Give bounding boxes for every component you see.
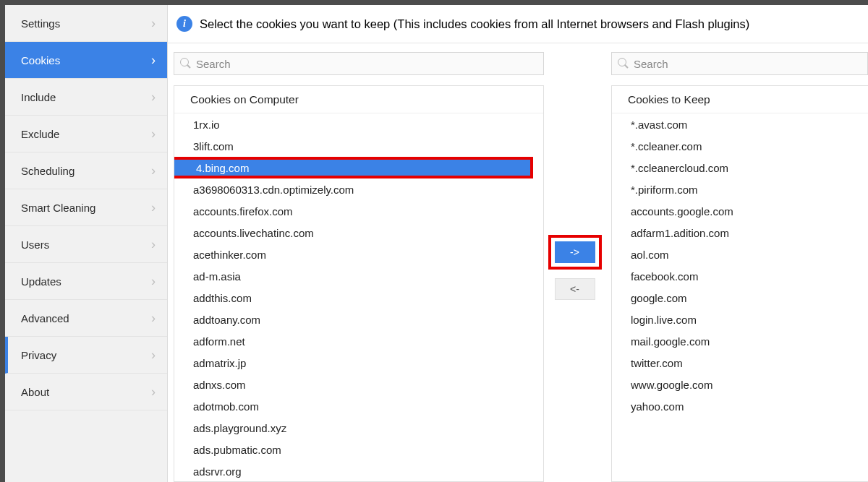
list-item[interactable]: *.ccleanercloud.com <box>612 157 868 178</box>
sidebar-item-label: About <box>21 386 49 398</box>
list-item[interactable]: adsrvr.org <box>174 460 543 481</box>
search-input[interactable] <box>196 58 537 70</box>
list-item[interactable]: adotmob.com <box>174 395 543 417</box>
list-item[interactable]: login.live.com <box>612 309 868 330</box>
sidebar-item-scheduling[interactable]: Scheduling › <box>5 152 167 189</box>
move-right-button[interactable]: -> <box>555 241 595 263</box>
search-input[interactable] <box>634 58 861 70</box>
list-item[interactable]: a3698060313.cdn.optimizely.com <box>174 178 543 200</box>
chevron-right-icon: › <box>151 126 156 142</box>
left-column: Cookies on Computer 1rx.io 3lift.com 4.b… <box>174 52 544 482</box>
list-item[interactable]: ads.playground.xyz <box>174 417 543 439</box>
list-item[interactable]: addtoany.com <box>174 309 543 330</box>
move-left-button[interactable]: <- <box>555 278 595 300</box>
sidebar-item-label: Scheduling <box>21 165 75 177</box>
cookies-to-keep-list[interactable]: *.avast.com *.ccleaner.com *.ccleanerclo… <box>612 113 868 481</box>
list-item-selected[interactable]: 4.bing.com <box>174 157 533 178</box>
main-area: i Select the cookies you want to keep (T… <box>168 5 868 482</box>
cookies-to-keep-panel: Cookies to Keep *.avast.com *.ccleaner.c… <box>611 85 868 482</box>
sidebar-item-label: Exclude <box>21 128 59 140</box>
search-left[interactable] <box>174 52 544 75</box>
sidebar-item-label: Cookies <box>21 54 60 66</box>
sidebar: Settings › Cookies › Include › Exclude ›… <box>5 5 168 482</box>
list-item[interactable]: ad-m.asia <box>174 265 543 287</box>
search-icon <box>180 58 192 69</box>
chevron-right-icon: › <box>151 384 156 400</box>
panel-header: Cookies on Computer <box>174 86 543 113</box>
list-item[interactable]: *.avast.com <box>612 113 868 135</box>
sidebar-item-privacy[interactable]: Privacy › <box>5 337 167 374</box>
cookies-on-computer-list[interactable]: 1rx.io 3lift.com 4.bing.com a3698060313.… <box>174 113 543 481</box>
list-item[interactable]: ads.pubmatic.com <box>174 439 543 460</box>
chevron-right-icon: › <box>151 274 156 289</box>
chevron-right-icon: › <box>151 200 156 215</box>
sidebar-item-users[interactable]: Users › <box>5 226 167 263</box>
sidebar-item-include[interactable]: Include › <box>5 79 167 116</box>
list-item[interactable]: accounts.google.com <box>612 200 868 222</box>
chevron-right-icon: › <box>151 16 156 31</box>
list-item[interactable]: adnxs.com <box>174 374 543 395</box>
sidebar-item-settings[interactable]: Settings › <box>5 5 167 42</box>
sidebar-item-label: Include <box>21 91 56 103</box>
list-item[interactable]: aol.com <box>612 244 868 265</box>
app-root: Settings › Cookies › Include › Exclude ›… <box>5 5 868 482</box>
list-item[interactable]: accounts.firefox.com <box>174 200 543 222</box>
sidebar-item-smart-cleaning[interactable]: Smart Cleaning › <box>5 189 167 226</box>
list-item[interactable]: 3lift.com <box>174 135 543 157</box>
search-icon <box>618 58 629 69</box>
sidebar-item-label: Settings <box>21 17 60 30</box>
chevron-right-icon: › <box>151 348 156 363</box>
sidebar-item-cookies[interactable]: Cookies › <box>5 42 167 79</box>
list-item[interactable]: addthis.com <box>174 287 543 309</box>
sidebar-item-label: Updates <box>21 275 61 288</box>
list-item[interactable]: admatrix.jp <box>174 352 543 374</box>
page-title: Select the cookies you want to keep (Thi… <box>200 17 749 31</box>
chevron-right-icon: › <box>151 90 156 105</box>
list-item[interactable]: accounts.livechatinc.com <box>174 222 543 244</box>
chevron-right-icon: › <box>151 311 156 326</box>
sidebar-item-about[interactable]: About › <box>5 374 167 410</box>
info-icon: i <box>176 16 192 32</box>
panel-header: Cookies to Keep <box>612 86 868 113</box>
list-item[interactable]: twitter.com <box>612 352 868 374</box>
page-header: i Select the cookies you want to keep (T… <box>168 5 868 43</box>
right-column: Cookies to Keep *.avast.com *.ccleaner.c… <box>605 52 868 482</box>
sidebar-item-label: Privacy <box>21 349 56 361</box>
list-item[interactable]: facebook.com <box>612 265 868 287</box>
list-item[interactable]: 1rx.io <box>174 113 543 135</box>
list-item[interactable]: www.google.com <box>612 374 868 395</box>
cookies-on-computer-panel: Cookies on Computer 1rx.io 3lift.com 4.b… <box>174 85 544 482</box>
chevron-right-icon: › <box>151 163 156 178</box>
list-item[interactable]: *.piriform.com <box>612 178 868 200</box>
list-item[interactable]: *.ccleaner.com <box>612 135 868 157</box>
chevron-right-icon: › <box>151 237 156 252</box>
sidebar-item-exclude[interactable]: Exclude › <box>5 116 167 152</box>
content: Cookies on Computer 1rx.io 3lift.com 4.b… <box>168 43 868 482</box>
search-right[interactable] <box>611 52 868 75</box>
sidebar-item-advanced[interactable]: Advanced › <box>5 300 167 337</box>
sidebar-item-label: Smart Cleaning <box>21 202 95 214</box>
sidebar-item-label: Users <box>21 238 49 251</box>
list-item[interactable]: yahoo.com <box>612 395 868 417</box>
sidebar-item-label: Advanced <box>21 312 69 324</box>
list-item[interactable]: mail.google.com <box>612 330 868 352</box>
list-item[interactable]: adfarm1.adition.com <box>612 222 868 244</box>
highlight-annotation: -> <box>548 235 602 270</box>
sidebar-item-updates[interactable]: Updates › <box>5 263 167 300</box>
list-item[interactable]: adform.net <box>174 330 543 352</box>
list-item[interactable]: google.com <box>612 287 868 309</box>
list-item[interactable]: acethinker.com <box>174 244 543 265</box>
chevron-right-icon: › <box>151 53 156 68</box>
transfer-buttons: -> <- <box>544 52 605 482</box>
